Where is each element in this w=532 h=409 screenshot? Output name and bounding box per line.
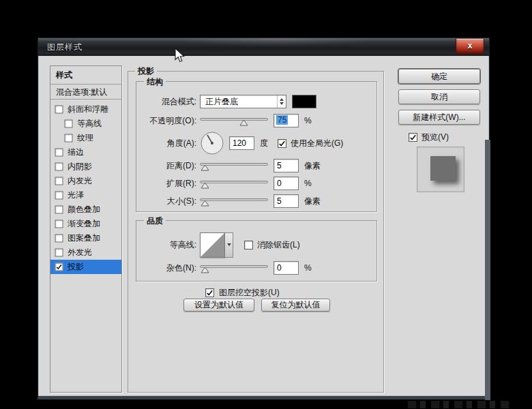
reset-default-button[interactable]: 复位为默认值 (261, 299, 330, 312)
noise-slider-thumb[interactable] (201, 267, 209, 273)
blend-mode-label: 混合模式: (136, 96, 200, 108)
new-style-button[interactable]: 新建样式(W)... (398, 110, 480, 125)
spread-unit: % (304, 179, 312, 188)
dialog-titlebar[interactable]: 图层样式 (38, 38, 489, 56)
sidebar-item-stroke[interactable]: 描边 (50, 145, 121, 160)
color-overlay-checkbox[interactable] (55, 206, 63, 214)
sidebar-item-outer-glow[interactable]: 外发光 (50, 245, 121, 260)
sidebar-item-satin[interactable]: 光泽 (50, 188, 121, 202)
preview-checkbox[interactable] (409, 133, 417, 142)
satin-checkbox[interactable] (55, 192, 63, 200)
texture-checkbox[interactable] (65, 134, 73, 142)
close-button[interactable]: x (456, 39, 484, 55)
opacity-row: 不透明度(O): 75 % (136, 114, 377, 127)
size-row: 大小(S): 像素 (136, 194, 377, 208)
size-slider-track[interactable] (200, 198, 268, 201)
styles-sidebar: 样式 混合选项:默认 斜面和浮雕 等高线 纹理 描边 (50, 65, 122, 393)
angle-dial[interactable] (200, 131, 224, 155)
drop-shadow-checkbox[interactable] (55, 263, 63, 271)
check-icon (409, 134, 417, 141)
sidebar-item-gradient-overlay[interactable]: 渐变叠加 (50, 217, 121, 231)
distance-label: 距离(D): (136, 160, 200, 172)
ok-button[interactable]: 确定 (398, 69, 480, 84)
dialog-title: 图层样式 (47, 42, 83, 53)
distance-row: 距离(D): 像素 (136, 159, 377, 172)
opacity-input[interactable]: 75 (274, 114, 299, 127)
opacity-slider-track[interactable] (200, 118, 268, 121)
contour-dropdown-arrow-icon[interactable] (225, 232, 233, 258)
preview-thumbnail (417, 147, 464, 192)
sidebar-item-drop-shadow[interactable]: 投影 (50, 260, 121, 274)
noise-slider-track[interactable] (200, 265, 268, 268)
size-slider-thumb[interactable] (201, 200, 209, 207)
contour-label: 等高线: (136, 239, 200, 251)
spread-slider-track[interactable] (200, 181, 268, 183)
size-slider[interactable] (200, 196, 268, 207)
opacity-slider[interactable] (200, 115, 268, 126)
spread-row: 扩展(R): % (136, 177, 377, 190)
watermark-fragment (408, 401, 510, 408)
angle-input[interactable] (229, 136, 254, 150)
panel-title: 投影 (135, 65, 157, 77)
check-icon (206, 289, 213, 297)
blend-mode-row: 混合模式: 正片叠底 (136, 95, 377, 108)
gradient-overlay-checkbox[interactable] (55, 220, 63, 228)
distance-input[interactable] (274, 159, 299, 172)
spread-slider-thumb[interactable] (201, 182, 209, 189)
spread-input[interactable] (274, 177, 299, 190)
cancel-button[interactable]: 取消 (398, 89, 480, 104)
structure-legend: 结构 (144, 76, 166, 88)
distance-slider-track[interactable] (200, 163, 268, 166)
antialias-checkbox[interactable] (244, 241, 253, 249)
noise-row: 杂色(N): % (136, 261, 377, 275)
noise-slider[interactable] (200, 262, 268, 273)
distance-unit: 像素 (304, 160, 321, 172)
size-input[interactable] (274, 194, 299, 208)
pattern-overlay-checkbox[interactable] (55, 234, 63, 243)
contour-thumbnail[interactable] (200, 232, 225, 258)
bevel-emboss-checkbox[interactable] (55, 106, 63, 114)
blend-mode-select[interactable]: 正片叠底 (200, 95, 286, 108)
titlebar-gloss (173, 38, 376, 46)
preview-row: 预览(V) (409, 130, 484, 144)
preview-shadow-square (430, 156, 456, 181)
noise-input[interactable] (274, 261, 299, 275)
contour-row: 等高线: 消除锯齿(L) (136, 232, 377, 258)
contour-checkbox[interactable] (65, 120, 73, 128)
sidebar-item-contour[interactable]: 等高线 (50, 117, 121, 131)
stroke-checkbox[interactable] (55, 149, 63, 157)
screenshot-stage: 图层样式 x 样式 混合选项:默认 斜面和浮雕 等高线 纹理 (0, 0, 532, 409)
global-light-checkbox[interactable] (278, 139, 286, 148)
sidebar-item-texture[interactable]: 纹理 (50, 131, 121, 145)
shadow-color-swatch[interactable] (292, 95, 316, 108)
sidebar-item-color-overlay[interactable]: 颜色叠加 (50, 202, 121, 217)
sidebar-item-blending-options[interactable]: 混合选项:默认 (50, 85, 121, 100)
knockout-checkbox[interactable] (205, 288, 214, 297)
spread-slider[interactable] (200, 178, 268, 189)
size-unit: 像素 (304, 196, 321, 207)
blend-mode-value: 正片叠底 (201, 96, 277, 108)
knockout-label: 图层挖空投影(U) (219, 287, 280, 299)
opacity-slider-thumb[interactable] (239, 119, 248, 126)
sidebar-header: 样式 (50, 66, 121, 85)
sidebar-item-inner-glow[interactable]: 内发光 (50, 174, 121, 188)
make-default-button[interactable]: 设置为默认值 (183, 299, 254, 312)
angle-unit: 度 (260, 138, 268, 149)
spread-label: 扩展(R): (136, 178, 200, 190)
check-icon (278, 140, 286, 147)
outer-glow-checkbox[interactable] (55, 249, 63, 257)
antialias-label: 消除锯齿(L) (257, 239, 300, 251)
sidebar-item-pattern-overlay[interactable]: 图案叠加 (50, 231, 121, 245)
angle-label: 角度(A): (136, 138, 200, 149)
knockout-row: 图层挖空投影(U) (205, 286, 376, 299)
contour-picker[interactable] (200, 232, 233, 258)
sidebar-item-bevel-emboss[interactable]: 斜面和浮雕 (50, 102, 121, 117)
sidebar-item-inner-shadow[interactable]: 内阴影 (50, 160, 121, 174)
inner-shadow-checkbox[interactable] (55, 163, 63, 171)
distance-slider-thumb[interactable] (201, 164, 209, 171)
inner-glow-checkbox[interactable] (55, 177, 63, 185)
distance-slider[interactable] (200, 160, 268, 171)
noise-unit: % (304, 263, 312, 273)
check-icon (55, 263, 62, 270)
sidebar-items: 斜面和浮雕 等高线 纹理 描边 内阴影 (50, 100, 121, 274)
